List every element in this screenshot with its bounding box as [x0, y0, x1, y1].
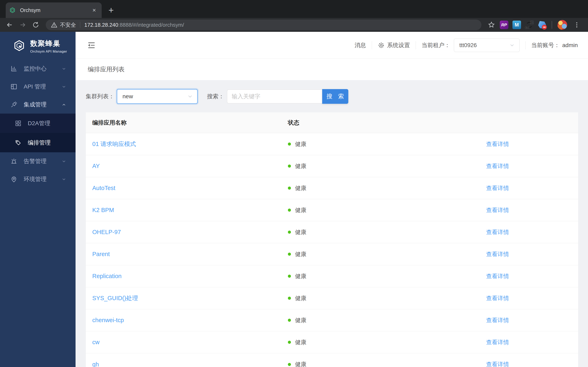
- app-name-link[interactable]: AutoTest: [92, 185, 115, 191]
- sidebar-item-label: 告警管理: [24, 157, 61, 165]
- toolbar-right: RP M 英 en: [485, 20, 584, 30]
- status-text: 健康: [295, 272, 306, 280]
- app-logo[interactable]: 数聚蜂巢 Orchsym API Manager: [0, 32, 76, 60]
- sidebar-item-label: API 管理: [24, 83, 61, 91]
- column-header: 状态: [288, 119, 486, 127]
- chevron-up-icon: [61, 102, 67, 107]
- extension-translate-icon[interactable]: 英 en: [525, 21, 534, 29]
- search-input[interactable]: [227, 90, 322, 103]
- sidebar-subitem[interactable]: D2A管理: [0, 114, 76, 133]
- system-settings-link[interactable]: 系统设置: [378, 42, 410, 49]
- sidebar: 数聚蜂巢 Orchsym API Manager 监控中心API 管理集成管理D…: [0, 32, 76, 367]
- table-row: 01 请求响应模式健康查看详情: [86, 133, 578, 155]
- healthy-status-dot: [288, 363, 291, 366]
- api-icon: [10, 101, 17, 108]
- appstore-icon: [15, 120, 22, 127]
- extension-axure-rp-icon[interactable]: RP: [500, 21, 508, 29]
- status-text: 健康: [295, 250, 306, 258]
- view-details-link[interactable]: 查看详情: [486, 361, 509, 367]
- not-secure-label[interactable]: 不安全: [60, 21, 76, 29]
- app-name-link[interactable]: chenwei-tcp: [92, 317, 124, 323]
- url-text[interactable]: 172.18.28.240:8888/#/integrated/orchsym/: [84, 22, 184, 28]
- app-name-link[interactable]: gh: [92, 361, 99, 367]
- app-name-link[interactable]: OHELP-97: [92, 229, 121, 235]
- browser-menu-icon[interactable]: [572, 20, 582, 30]
- toolbar-divider: [552, 21, 552, 29]
- sidebar-item[interactable]: 环境管理: [0, 170, 76, 188]
- sidebar-submenu: D2A管理编排管理: [0, 114, 76, 152]
- status-text: 健康: [295, 140, 306, 148]
- extension-adblock-icon[interactable]: [538, 21, 546, 29]
- table-row: chenwei-tcp健康查看详情: [86, 309, 578, 331]
- forward-icon[interactable]: [17, 20, 28, 30]
- cluster-select[interactable]: new: [117, 89, 198, 104]
- tag-icon: [15, 139, 22, 146]
- view-details-link[interactable]: 查看详情: [486, 317, 509, 323]
- account-value: admin: [562, 42, 578, 49]
- app-name-link[interactable]: cw: [92, 339, 99, 345]
- tenant-select[interactable]: ttt0926: [454, 39, 520, 52]
- header-divider: [416, 41, 416, 49]
- header-divider: [525, 41, 526, 49]
- view-details-link[interactable]: 查看详情: [486, 295, 509, 301]
- not-secure-warning-icon: [51, 22, 57, 28]
- view-details-link[interactable]: 查看详情: [486, 273, 509, 279]
- app-name-link[interactable]: 01 请求响应模式: [92, 141, 136, 147]
- healthy-status-dot: [288, 341, 291, 344]
- table-header-row: 编排应用名称状态: [86, 112, 578, 133]
- app-name-link[interactable]: K2 BPM: [92, 207, 114, 213]
- app-name-link[interactable]: SYS_GUID()处理: [92, 295, 138, 301]
- app-name-link[interactable]: AY: [92, 163, 100, 169]
- sidebar-item[interactable]: API 管理: [0, 78, 76, 96]
- table-row: OHELP-97健康查看详情: [86, 221, 578, 243]
- view-details-link[interactable]: 查看详情: [486, 251, 509, 257]
- app-name-link[interactable]: Replication: [92, 273, 121, 279]
- table-body: 01 请求响应模式健康查看详情AY健康查看详情AutoTest健康查看详情K2 …: [86, 133, 578, 367]
- tab-close-icon[interactable]: ×: [91, 6, 97, 14]
- view-details-link[interactable]: 查看详情: [486, 185, 509, 191]
- header-right: 消息 系统设置 当前租户：: [355, 39, 578, 52]
- sidebar-item-label: 集成管理: [24, 101, 61, 108]
- sidebar-subitem[interactable]: 编排管理: [0, 133, 76, 152]
- reload-icon[interactable]: [31, 20, 41, 30]
- status-text: 健康: [295, 184, 306, 192]
- translate-top-label: 英: [530, 20, 534, 25]
- search-button[interactable]: 搜 索: [322, 89, 348, 104]
- table-row: cw健康查看详情: [86, 331, 578, 353]
- status-text: 健康: [295, 294, 306, 302]
- sidebar-item-label: 环境管理: [24, 175, 61, 183]
- app-name-link[interactable]: Parent: [92, 251, 110, 257]
- menu-fold-icon[interactable]: [87, 41, 96, 50]
- app-header: 消息 系统设置 当前租户：: [76, 32, 588, 58]
- layout-icon: [10, 83, 17, 90]
- back-icon[interactable]: [4, 20, 15, 30]
- address-bar[interactable]: 不安全 172.18.28.240:8888/#/integrated/orch…: [46, 20, 481, 30]
- healthy-status-dot: [288, 187, 291, 190]
- main-area: 消息 系统设置 当前租户：: [76, 32, 588, 367]
- healthy-status-dot: [288, 209, 291, 212]
- browser-tab[interactable]: Orchsym ×: [6, 2, 102, 18]
- view-details-link[interactable]: 查看详情: [486, 229, 509, 235]
- sidebar-item[interactable]: 告警管理: [0, 152, 76, 170]
- status-text: 健康: [295, 360, 306, 367]
- content: 集群列表： new 搜索： 搜 索 编排应用名称状态 01 请求响应模式健康查看…: [76, 80, 588, 367]
- table-row: K2 BPM健康查看详情: [86, 199, 578, 221]
- extension-m-icon[interactable]: M: [512, 21, 521, 29]
- app-title: 数聚蜂巢: [30, 39, 67, 48]
- bookmark-star-icon[interactable]: [486, 20, 497, 30]
- sidebar-menu: 监控中心API 管理集成管理D2A管理编排管理告警管理环境管理: [0, 60, 76, 188]
- settings-label: 系统设置: [387, 42, 410, 49]
- new-tab-button[interactable]: +: [105, 4, 117, 16]
- sidebar-item[interactable]: 监控中心: [0, 60, 76, 78]
- view-details-link[interactable]: 查看详情: [486, 207, 509, 213]
- messages-link[interactable]: 消息: [355, 42, 366, 49]
- page-title: 编排应用列表: [88, 65, 125, 74]
- chevron-down-icon: [61, 84, 67, 89]
- view-details-link[interactable]: 查看详情: [486, 141, 509, 147]
- column-header: 编排应用名称: [86, 119, 288, 127]
- healthy-status-dot: [288, 142, 291, 146]
- sidebar-item[interactable]: 集成管理: [0, 96, 76, 114]
- profile-avatar[interactable]: [557, 20, 567, 30]
- view-details-link[interactable]: 查看详情: [486, 339, 509, 345]
- view-details-link[interactable]: 查看详情: [486, 163, 509, 169]
